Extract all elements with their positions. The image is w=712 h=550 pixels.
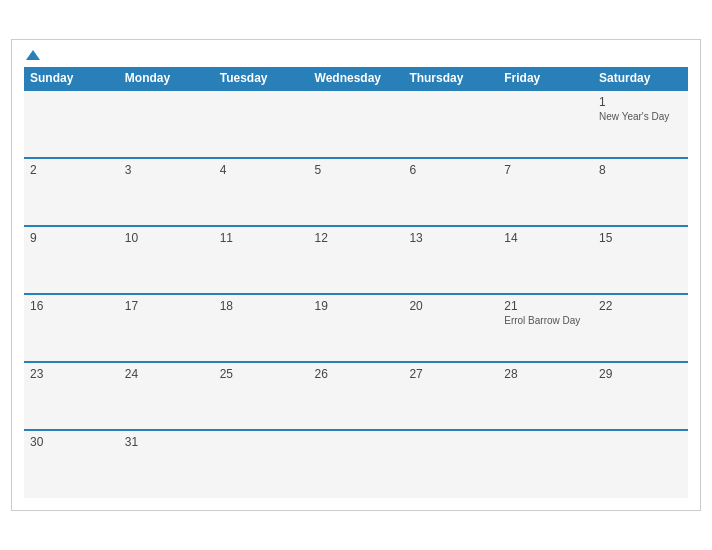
calendar-table: SundayMondayTuesdayWednesdayThursdayFrid…	[24, 67, 688, 498]
calendar-cell: 24	[119, 362, 214, 430]
day-number: 27	[409, 367, 492, 381]
day-number: 19	[315, 299, 398, 313]
holiday-label: Errol Barrow Day	[504, 315, 587, 326]
calendar-cell: 30	[24, 430, 119, 498]
day-number: 20	[409, 299, 492, 313]
calendar-cell: 18	[214, 294, 309, 362]
day-number: 29	[599, 367, 682, 381]
day-of-week-wednesday: Wednesday	[309, 67, 404, 90]
calendar-cell: 20	[403, 294, 498, 362]
day-number: 26	[315, 367, 398, 381]
week-row-2: 2345678	[24, 158, 688, 226]
day-number: 1	[599, 95, 682, 109]
day-number: 2	[30, 163, 113, 177]
day-number: 31	[125, 435, 208, 449]
calendar-cell: 27	[403, 362, 498, 430]
calendar-cell: 6	[403, 158, 498, 226]
days-of-week-row: SundayMondayTuesdayWednesdayThursdayFrid…	[24, 67, 688, 90]
calendar-cell: 29	[593, 362, 688, 430]
calendar-cell: 19	[309, 294, 404, 362]
calendar-cell: 16	[24, 294, 119, 362]
logo-triangle-icon	[26, 50, 40, 60]
calendar-cell	[119, 90, 214, 158]
calendar-cell: 13	[403, 226, 498, 294]
calendar-cell	[403, 90, 498, 158]
logo-general	[24, 50, 40, 61]
calendar-cell: 26	[309, 362, 404, 430]
day-number: 11	[220, 231, 303, 245]
day-of-week-thursday: Thursday	[403, 67, 498, 90]
calendar-body: 1New Year's Day2345678910111213141516171…	[24, 90, 688, 498]
day-of-week-tuesday: Tuesday	[214, 67, 309, 90]
calendar-cell: 15	[593, 226, 688, 294]
calendar-cell: 5	[309, 158, 404, 226]
calendar-cell	[309, 430, 404, 498]
calendar-cell: 7	[498, 158, 593, 226]
day-number: 8	[599, 163, 682, 177]
day-number: 15	[599, 231, 682, 245]
day-number: 21	[504, 299, 587, 313]
calendar-cell: 10	[119, 226, 214, 294]
calendar-cell: 4	[214, 158, 309, 226]
calendar-header-row: SundayMondayTuesdayWednesdayThursdayFrid…	[24, 67, 688, 90]
week-row-3: 9101112131415	[24, 226, 688, 294]
day-number: 28	[504, 367, 587, 381]
day-number: 5	[315, 163, 398, 177]
day-number: 12	[315, 231, 398, 245]
calendar-cell: 31	[119, 430, 214, 498]
calendar-cell: 23	[24, 362, 119, 430]
calendar-cell: 2	[24, 158, 119, 226]
calendar-cell	[214, 430, 309, 498]
calendar-cell: 14	[498, 226, 593, 294]
calendar-cell	[309, 90, 404, 158]
day-number: 22	[599, 299, 682, 313]
calendar-cell: 3	[119, 158, 214, 226]
calendar-cell: 8	[593, 158, 688, 226]
calendar-cell: 1New Year's Day	[593, 90, 688, 158]
day-of-week-saturday: Saturday	[593, 67, 688, 90]
calendar-cell: 25	[214, 362, 309, 430]
holiday-label: New Year's Day	[599, 111, 682, 122]
calendar-cell: 21Errol Barrow Day	[498, 294, 593, 362]
calendar-cell	[403, 430, 498, 498]
day-number: 9	[30, 231, 113, 245]
day-number: 10	[125, 231, 208, 245]
day-number: 30	[30, 435, 113, 449]
calendar-cell	[498, 430, 593, 498]
day-number: 25	[220, 367, 303, 381]
calendar-cell: 11	[214, 226, 309, 294]
day-of-week-monday: Monday	[119, 67, 214, 90]
day-number: 7	[504, 163, 587, 177]
calendar-cell: 9	[24, 226, 119, 294]
day-number: 6	[409, 163, 492, 177]
day-of-week-sunday: Sunday	[24, 67, 119, 90]
week-row-4: 161718192021Errol Barrow Day22	[24, 294, 688, 362]
day-number: 13	[409, 231, 492, 245]
week-row-6: 3031	[24, 430, 688, 498]
day-number: 24	[125, 367, 208, 381]
calendar-cell	[24, 90, 119, 158]
calendar-cell: 22	[593, 294, 688, 362]
day-number: 16	[30, 299, 113, 313]
calendar-cell	[593, 430, 688, 498]
week-row-5: 23242526272829	[24, 362, 688, 430]
logo	[24, 50, 40, 61]
calendar-cell: 12	[309, 226, 404, 294]
day-of-week-friday: Friday	[498, 67, 593, 90]
day-number: 4	[220, 163, 303, 177]
day-number: 14	[504, 231, 587, 245]
day-number: 3	[125, 163, 208, 177]
calendar-cell: 28	[498, 362, 593, 430]
calendar-cell	[498, 90, 593, 158]
week-row-1: 1New Year's Day	[24, 90, 688, 158]
calendar-cell	[214, 90, 309, 158]
day-number: 17	[125, 299, 208, 313]
calendar-header	[24, 50, 688, 61]
day-number: 18	[220, 299, 303, 313]
calendar-cell: 17	[119, 294, 214, 362]
day-number: 23	[30, 367, 113, 381]
calendar-container: SundayMondayTuesdayWednesdayThursdayFrid…	[11, 39, 701, 511]
